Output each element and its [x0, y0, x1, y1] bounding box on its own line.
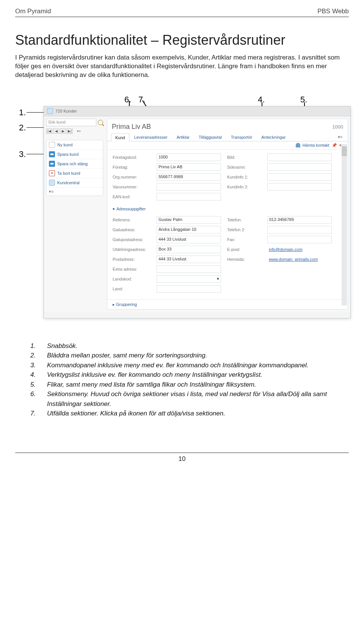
section-address-header[interactable]: ▾ Adressuppgifter: [107, 204, 348, 212]
val-foretag[interactable]: Prima Liv AB: [157, 163, 221, 171]
val-utdelning[interactable]: Box 33: [157, 246, 221, 253]
tab-transportor[interactable]: Transportör: [227, 133, 256, 141]
page-title: Standardfunktionalitet – Registervårdsru…: [15, 32, 349, 48]
lbl-gatupost: Gatupostadress:: [113, 237, 151, 242]
lbl-kundinfo1: Kundinfo 1:: [227, 175, 261, 179]
legend-5: Flikar, samt meny med lista för samtliga…: [47, 380, 256, 390]
cmd-delete-customer[interactable]: Ta bort kund: [47, 169, 103, 178]
lbl-hemsida: Hemsida:: [227, 257, 261, 262]
tab-tillaggsavtal[interactable]: Tilläggsavtal: [195, 133, 226, 141]
vertical-scrollbar[interactable]: [342, 144, 347, 306]
tab-menu[interactable]: ▾≡: [336, 133, 344, 141]
callout-2: 2.: [19, 123, 26, 133]
lbl-land: Land:: [113, 287, 151, 291]
tab-kund[interactable]: Kund: [111, 133, 129, 141]
callout-6: 6.: [124, 95, 131, 105]
pager-prev[interactable]: ◀: [53, 128, 59, 134]
annotated-figure: 1. 2. 3. 4. 5. 6. 7. 720 Kunder Sök kund…: [15, 91, 349, 326]
val-hemsida[interactable]: www.domain_primaliv.com: [267, 256, 332, 262]
val-referens[interactable]: Gustav Palm: [157, 216, 221, 224]
legend-7: Utfällda sektioner. Klicka på ikonen för…: [47, 409, 225, 418]
save-icon: [49, 151, 55, 157]
lbl-bild: Bild:: [227, 155, 261, 160]
tab-anteckningar[interactable]: Anteckningar: [257, 133, 290, 141]
val-soknamn[interactable]: [267, 163, 332, 171]
toolbar-pin-icon[interactable]: 📌: [332, 143, 337, 148]
val-kundinfo2[interactable]: [267, 183, 332, 191]
val-epost[interactable]: info@domain.com: [267, 246, 332, 252]
header-left: Om Pyramid: [15, 8, 51, 15]
val-foretagskod[interactable]: 1000: [157, 154, 221, 161]
record-pager[interactable]: |◀ ◀ ▶ ▶| ▾≡: [46, 128, 103, 134]
lbl-foretag: Företag:: [113, 165, 151, 169]
val-gatuadress[interactable]: Andra Långgatan 10: [157, 226, 221, 233]
val-telefon2[interactable]: [267, 226, 332, 233]
val-ean[interactable]: [157, 193, 221, 201]
val-bild[interactable]: [267, 154, 332, 161]
customer-central-icon: [49, 180, 55, 186]
val-telefon[interactable]: 012-3456789: [267, 216, 332, 224]
tab-artiklar[interactable]: Artiklar: [173, 133, 194, 141]
form-main: Företagskod: 1000 Bild: Företag: Prima L…: [107, 150, 348, 204]
lbl-epost: E-post:: [227, 247, 261, 252]
new-icon: [49, 142, 55, 148]
val-fax[interactable]: [267, 236, 332, 243]
cmd-save-close[interactable]: Spara och stäng: [47, 159, 103, 169]
search-input[interactable]: Sök kund: [46, 119, 96, 126]
fetch-contact[interactable]: Hämta kontakt: [303, 143, 329, 147]
company-code: 1000: [332, 124, 343, 130]
page-footer: 10: [15, 453, 349, 463]
delete-icon: [49, 170, 55, 176]
val-landskod[interactable]: ▾: [157, 275, 221, 283]
form-address: Referens: Gustav Palm Telefon: 012-34567…: [107, 212, 348, 296]
toolbar-strip: Hämta kontakt 📌 ▾≡: [107, 141, 348, 150]
page-number: 10: [179, 455, 186, 462]
window-title: 720 Kunder: [55, 109, 77, 113]
chevron-right-icon: ▸: [113, 302, 115, 307]
chevron-down-icon: ▾: [113, 207, 115, 212]
callout-3: 3.: [19, 149, 26, 159]
cmd-customer-central[interactable]: Kundcentral: [47, 178, 103, 188]
header-right: PBS Webb: [317, 8, 349, 15]
tab-strip: Kund Leveransadresser Artiklar Tilläggsa…: [107, 133, 348, 141]
callout-1: 1.: [19, 108, 26, 118]
lbl-utdelning: Utdelningsadress:: [113, 247, 151, 252]
lbl-telefon: Telefon:: [227, 218, 261, 222]
lbl-referens: Referens:: [113, 218, 151, 222]
cmd-menu[interactable]: ▾≡: [47, 188, 103, 196]
lbl-extraadress: Extra adress:: [113, 267, 151, 271]
lbl-orgnr: Org.nummer:: [113, 175, 151, 179]
lbl-telefon2: Telefon 2:: [227, 227, 261, 232]
lbl-postadress: Postadress:: [113, 257, 151, 262]
val-extraadress[interactable]: [157, 265, 221, 273]
search-icon[interactable]: [98, 120, 103, 125]
val-kundinfo1[interactable]: [267, 173, 332, 181]
command-panel: Ny kund Spara kund Spara och stäng Ta bo…: [46, 140, 103, 196]
val-orgnr[interactable]: 556677-9988: [157, 173, 221, 181]
val-gatupost[interactable]: 444 33 Livslust: [157, 236, 221, 243]
legend-2: Bläddra mellan poster, samt meny för sor…: [47, 351, 207, 360]
lbl-landskod: Landskod:: [113, 277, 151, 281]
section-gruppering-header[interactable]: ▸ Gruppering: [107, 299, 348, 309]
cmd-new-customer[interactable]: Ny kund: [47, 140, 103, 150]
lbl-fax: Fax:: [227, 237, 261, 242]
pager-menu[interactable]: ▾≡: [76, 128, 82, 134]
window-icon: [47, 108, 53, 114]
lbl-foretagskod: Företagskod:: [113, 155, 151, 160]
val-varunummer[interactable]: [157, 183, 221, 191]
lbl-gatuadress: Gatuadress:: [113, 227, 151, 232]
tab-leveransadresser[interactable]: Leveransadresser: [130, 133, 172, 141]
legend-1: Snabbsök.: [47, 341, 77, 351]
lbl-ean: EAN-kod:: [113, 194, 151, 199]
cmd-save-customer[interactable]: Spara kund: [47, 150, 103, 159]
lbl-soknamn: Söknamn:: [227, 165, 261, 169]
val-postadress[interactable]: 444 33 Livslust: [157, 255, 221, 263]
val-land[interactable]: [157, 285, 221, 293]
pager-first[interactable]: |◀: [46, 128, 52, 134]
pager-next[interactable]: ▶: [60, 128, 66, 134]
pager-last[interactable]: ▶|: [67, 128, 73, 134]
legend-4: Verktygslist inklusive ev. fler kommando…: [47, 370, 262, 380]
lbl-kundinfo2: Kundinfo 2:: [227, 185, 261, 189]
company-name: Prima Liv AB: [112, 123, 151, 131]
intro-paragraph: I Pyramids registervårdsrutiner kan data…: [15, 53, 349, 80]
